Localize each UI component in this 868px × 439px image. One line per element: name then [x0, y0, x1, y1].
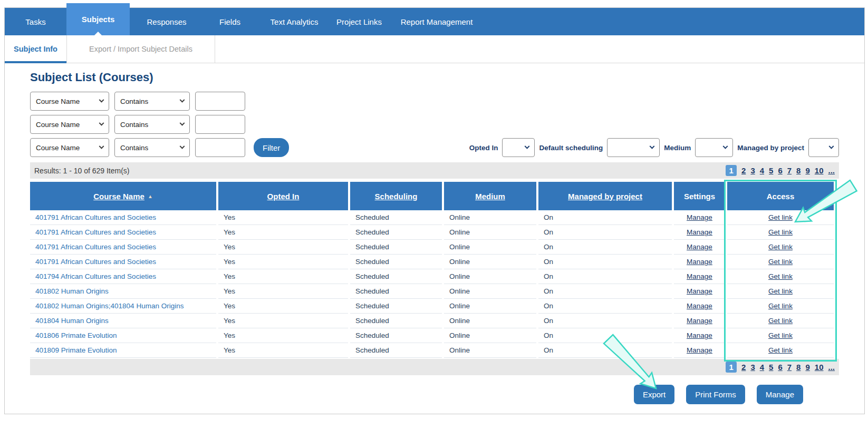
- pagination-page-current[interactable]: 1: [726, 362, 737, 373]
- pagination-page-2[interactable]: 2: [741, 166, 746, 175]
- pagination-page-8[interactable]: 8: [796, 363, 801, 372]
- cell-access-get-link-link[interactable]: Get link: [768, 346, 793, 354]
- table-row: 401802 Human OriginsYesScheduledOnlineOn…: [30, 284, 834, 299]
- opted-in-select[interactable]: [502, 138, 535, 157]
- column-header-course-name[interactable]: Course Name▲: [30, 182, 216, 210]
- cell-settings-manage-link[interactable]: Manage: [687, 272, 712, 280]
- nav-tab-report-management[interactable]: Report Management: [386, 8, 487, 35]
- cell-medium: Online: [444, 240, 536, 255]
- pagination-page-10[interactable]: 10: [815, 166, 824, 175]
- tab-subject-info[interactable]: Subject Info: [5, 35, 67, 63]
- cell-settings-manage-link[interactable]: Manage: [687, 331, 712, 339]
- cell-access-get-link-link[interactable]: Get link: [768, 213, 793, 221]
- filter-button[interactable]: Filter: [254, 138, 289, 157]
- cell-access-get-link-link[interactable]: Get link: [768, 272, 793, 280]
- filter-value-input[interactable]: [199, 120, 242, 129]
- pagination-page-10[interactable]: 10: [815, 363, 824, 372]
- filter-operator-select[interactable]: Contains: [114, 138, 190, 157]
- cell-access-get-link-link[interactable]: Get link: [768, 287, 793, 295]
- print-forms-button[interactable]: Print Forms: [686, 385, 745, 404]
- pagination-page-2[interactable]: 2: [741, 363, 746, 372]
- nav-tab-project-links[interactable]: Project Links: [332, 8, 386, 35]
- pagination-page-4[interactable]: 4: [760, 166, 764, 175]
- cell-access-get-link-link[interactable]: Get link: [768, 302, 793, 310]
- table-body: 401791 African Cultures and SocietiesYes…: [30, 210, 834, 358]
- pagination-page-9[interactable]: 9: [805, 166, 809, 175]
- filter-operator-select-value: Contains: [120, 97, 148, 105]
- cell-settings-manage-link[interactable]: Manage: [687, 287, 712, 295]
- cell-access-get-link-link[interactable]: Get link: [768, 258, 793, 266]
- cell-medium: Online: [444, 255, 536, 269]
- cell-access-get-link: Get link: [727, 225, 834, 240]
- cell-access-get-link: Get link: [727, 210, 834, 225]
- default-scheduling-label: Default scheduling: [539, 144, 603, 152]
- filter-field-select[interactable]: Course Name: [30, 115, 109, 134]
- manage-button[interactable]: Manage: [757, 385, 803, 404]
- filter-field-select-value: Course Name: [36, 97, 80, 105]
- pagination-page-3[interactable]: 3: [750, 363, 755, 372]
- pagination-page-current[interactable]: 1: [726, 165, 737, 176]
- cell-settings-manage-link[interactable]: Manage: [687, 346, 712, 354]
- medium-select[interactable]: [695, 138, 733, 157]
- cell-access-get-link-link[interactable]: Get link: [768, 317, 793, 325]
- action-buttons: Export Print Forms Manage: [30, 385, 839, 404]
- cell-access-get-link-link[interactable]: Get link: [768, 243, 793, 251]
- cell-settings-manage-link[interactable]: Manage: [687, 213, 712, 221]
- cell-settings-manage: Manage: [674, 269, 725, 284]
- cell-settings-manage-link[interactable]: Manage: [687, 317, 712, 325]
- filter-field-select[interactable]: Course Name: [30, 138, 109, 157]
- pagination-page-more[interactable]: ...: [828, 363, 835, 372]
- cell-settings-manage-link[interactable]: Manage: [687, 258, 712, 266]
- filter-operator-select[interactable]: Contains: [114, 115, 190, 134]
- managed-by-project-select[interactable]: [808, 138, 839, 157]
- chevron-down-icon: [723, 143, 728, 149]
- column-header-managed-by-project[interactable]: Managed by project: [538, 182, 672, 210]
- default-scheduling-select[interactable]: [607, 138, 660, 157]
- cell-scheduling: Scheduled: [350, 269, 442, 284]
- nav-tab-fields[interactable]: Fields: [204, 8, 256, 35]
- pagination-page-3[interactable]: 3: [750, 166, 755, 175]
- pagination-page-9[interactable]: 9: [805, 363, 809, 372]
- export-button[interactable]: Export: [634, 385, 674, 404]
- results-summary: Results: 1 - 10 of 629 Item(s): [34, 167, 130, 175]
- medium-label: Medium: [664, 144, 691, 152]
- cell-settings-manage-link[interactable]: Manage: [687, 243, 712, 251]
- cell-scheduling: Scheduled: [350, 210, 442, 225]
- pagination-page-8[interactable]: 8: [796, 166, 801, 175]
- cell-course-name: 401802 Human Origins: [30, 284, 216, 299]
- column-header-opted-in[interactable]: Opted In: [218, 182, 348, 210]
- pagination-page-7[interactable]: 7: [787, 363, 792, 372]
- pagination-page-5[interactable]: 5: [769, 166, 773, 175]
- column-label: Settings: [684, 192, 715, 201]
- tab-export-import-subject-details[interactable]: Export / Import Subject Details: [67, 35, 215, 63]
- cell-course-name: 401806 Primate Evolution: [30, 328, 216, 343]
- cell-settings-manage-link[interactable]: Manage: [687, 302, 712, 310]
- chevron-down-icon: [180, 143, 185, 149]
- column-header-medium[interactable]: Medium: [444, 182, 536, 210]
- cell-access-get-link-link[interactable]: Get link: [768, 228, 793, 236]
- pagination-page-7[interactable]: 7: [787, 166, 792, 175]
- filter-field-select[interactable]: Course Name: [30, 92, 109, 111]
- pagination-page-more[interactable]: ...: [828, 166, 835, 175]
- pagination-page-6[interactable]: 6: [778, 363, 782, 372]
- nav-tab-responses[interactable]: Responses: [130, 8, 204, 35]
- nav-tab-subjects[interactable]: Subjects: [66, 3, 130, 35]
- cell-settings-manage-link[interactable]: Manage: [687, 228, 712, 236]
- nav-tab-tasks[interactable]: Tasks: [5, 8, 66, 35]
- sort-ascending-icon: ▲: [148, 193, 153, 199]
- filter-operator-select[interactable]: Contains: [114, 92, 190, 111]
- column-header-scheduling[interactable]: Scheduling: [350, 182, 442, 210]
- cell-access-get-link-link[interactable]: Get link: [768, 331, 793, 339]
- filter-value-input[interactable]: [199, 97, 242, 106]
- pagination-page-4[interactable]: 4: [760, 363, 764, 372]
- nav-tab-text-analytics[interactable]: Text Analytics: [256, 8, 332, 35]
- cell-course-name: 401791 African Cultures and Societies: [30, 240, 216, 255]
- cell-scheduling: Scheduled: [350, 299, 442, 314]
- pagination-page-5[interactable]: 5: [769, 363, 773, 372]
- pagination-page-6[interactable]: 6: [778, 166, 782, 175]
- column-label: Opted In: [267, 192, 300, 201]
- cell-medium: Online: [444, 210, 536, 225]
- main-content: Subject List (Courses) Course NameContai…: [5, 71, 864, 404]
- filter-value-input[interactable]: [199, 143, 242, 152]
- cell-opted-in: Yes: [218, 314, 348, 328]
